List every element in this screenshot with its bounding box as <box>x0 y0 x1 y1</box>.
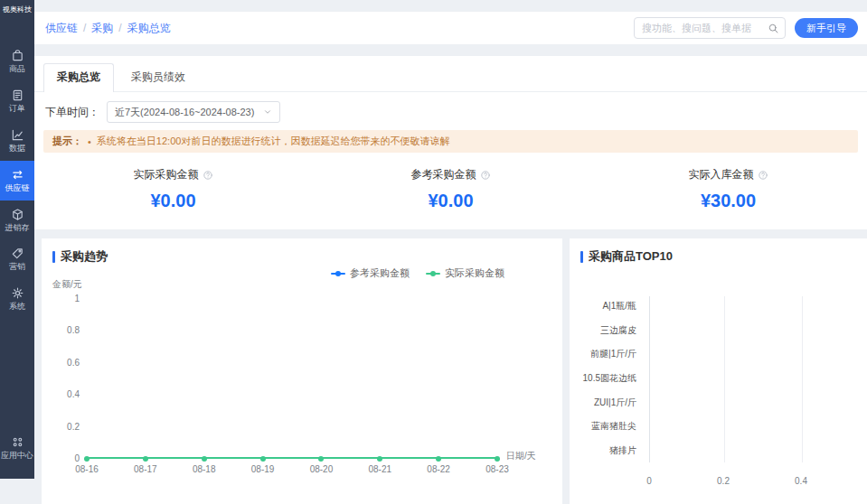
sidebar-item-app-center[interactable]: 应用中心 <box>0 428 34 468</box>
panel-title: 采购趋势 <box>42 238 562 265</box>
gear-icon <box>11 286 24 300</box>
stats-row: 实际采购金额 ¥0.00 参考采购金额 ¥0.00 实际入库金额 <box>34 153 867 229</box>
chevron-down-icon <box>263 107 272 117</box>
stat-label: 实际采购金额 <box>134 167 213 182</box>
data-point <box>143 456 148 462</box>
sidebar-item-label: 进销存 <box>5 224 30 233</box>
legend-actual-amount[interactable]: 实际采购金额 <box>426 266 504 280</box>
bar-plot-area <box>649 296 867 462</box>
bar-category: 三边腐皮 <box>570 324 644 337</box>
breadcrumb-supply-chain[interactable]: 供应链 <box>45 21 78 36</box>
bar-category: 猪排片 <box>570 444 644 457</box>
legend-marker-blue <box>331 273 345 275</box>
search-icon[interactable] <box>768 23 785 34</box>
purchase-trend-panel: 采购趋势 参考采购金额 实际采购金额 金额/元 日期/天 1 <box>42 238 562 504</box>
breadcrumb-purchase-overview[interactable]: 采购总览 <box>127 21 171 36</box>
apps-grid-icon <box>11 435 24 449</box>
panel-title: 采购商品TOP10 <box>570 238 867 265</box>
notice-text: 系统将在当日12:00对前日的数据进行统计，因数据延迟给您带来的不便敬请谅解 <box>97 135 450 148</box>
chart-legend: 参考采购金额 实际采购金额 <box>331 266 504 280</box>
legend-marker-green <box>426 273 440 275</box>
y-tick: 0.6 <box>67 357 80 367</box>
breadcrumb: 供应链 / 采购 / 采购总览 <box>45 21 625 36</box>
bar-category: 10.5圆花边纸 <box>570 372 644 385</box>
help-icon[interactable] <box>758 170 768 181</box>
sidebar-item-supply-chain[interactable]: 供应链 <box>0 161 34 201</box>
x-tick: 08-18 <box>193 464 216 474</box>
breadcrumb-separator: / <box>118 22 121 34</box>
data-point <box>495 456 500 462</box>
y-tick: 0 <box>74 453 80 463</box>
data-point <box>260 456 266 462</box>
bar-category: 前腿|1斤/斤 <box>570 348 644 360</box>
brand-logo: 视奥科技 <box>0 0 34 14</box>
gridline <box>802 296 803 462</box>
top-bar: 供应链 / 采购 / 采购总览 新手引导 <box>34 12 867 44</box>
order-time-label: 下单时间： <box>45 105 99 120</box>
legend-label: 实际采购金额 <box>445 266 504 280</box>
sidebar-item-goods[interactable]: 商品 <box>0 42 34 81</box>
title-accent-bar <box>580 251 583 263</box>
breadcrumb-purchase[interactable]: 采购 <box>91 21 113 36</box>
legend-label: 参考采购金额 <box>350 266 410 280</box>
guide-button[interactable]: 新手引导 <box>795 18 858 38</box>
x-tick: 0.4 <box>795 476 807 486</box>
data-point <box>436 456 441 462</box>
sidebar-item-system[interactable]: 系统 <box>0 279 34 319</box>
stat-value: ¥0.00 <box>428 191 473 211</box>
sidebar-item-label: 订单 <box>9 105 25 114</box>
box-icon <box>11 49 24 62</box>
transfer-arrows-icon <box>11 168 24 182</box>
help-icon[interactable] <box>480 170 491 181</box>
stat-actual-inbound-amount: 实际入库金额 ¥30.00 <box>589 167 867 211</box>
chart-icon <box>11 128 24 142</box>
stat-label: 实际入库金额 <box>689 167 768 182</box>
sidebar-item-data[interactable]: 数据 <box>0 121 34 161</box>
cube-icon <box>11 208 24 221</box>
date-range-select[interactable]: 近7天(2024-08-16~2024-08-23) <box>107 101 280 123</box>
data-point <box>202 456 207 462</box>
stat-reference-purchase-amount: 参考采购金额 ¥0.00 <box>312 167 589 211</box>
search-input[interactable] <box>635 23 768 33</box>
stat-actual-purchase-amount: 实际采购金额 ¥0.00 <box>34 167 312 211</box>
x-tick: 08-23 <box>485 464 509 474</box>
y-axis-label: 金额/元 <box>52 278 82 291</box>
x-tick: 08-20 <box>310 464 334 474</box>
x-tick: 08-22 <box>427 464 450 474</box>
breadcrumb-separator: / <box>83 22 86 34</box>
tab-strip: 采购总览 采购员绩效 <box>34 56 867 92</box>
bar-categories: A|1瓶/瓶 三边腐皮 前腿|1斤/斤 10.5圆花边纸 ZUI|1斤/斤 蓝南… <box>570 294 644 462</box>
data-point <box>84 456 90 462</box>
bar-category: 蓝南猪肚尖 <box>570 420 644 433</box>
filter-row: 下单时间： 近7天(2024-08-16~2024-08-23) <box>34 92 867 130</box>
sidebar-item-orders[interactable]: 订单 <box>0 81 34 121</box>
trend-line-chart: 金额/元 日期/天 1 0.8 0.6 0.4 0.2 0 <box>87 298 497 459</box>
x-tick: 08-19 <box>251 464 275 474</box>
x-tick: 08-16 <box>75 464 99 474</box>
title-accent-bar <box>52 251 55 263</box>
help-icon[interactable] <box>203 170 213 181</box>
main-content: 供应链 / 采购 / 采购总览 新手引导 采购总览 采购员绩效 下单时间： 近7… <box>34 0 867 504</box>
sidebar-item-marketing[interactable]: 营销 <box>0 239 34 279</box>
stat-label: 参考采购金额 <box>411 167 491 182</box>
document-icon <box>11 89 24 102</box>
sidebar-item-label: 数据 <box>9 145 25 154</box>
tag-icon <box>11 247 24 260</box>
overview-card: 采购总览 采购员绩效 下单时间： 近7天(2024-08-16~2024-08-… <box>34 56 867 229</box>
sidebar-item-inventory[interactable]: 进销存 <box>0 201 34 240</box>
top10-products-panel: 采购商品TOP10 A|1瓶/瓶 三边腐皮 前腿|1斤/斤 10.5圆花边纸 Z… <box>570 238 867 504</box>
x-tick: 08-21 <box>368 464 391 474</box>
sidebar-item-label: 系统 <box>9 303 25 312</box>
y-tick: 0.2 <box>67 421 80 431</box>
bar-category: A|1瓶/瓶 <box>570 300 644 313</box>
x-tick: 08-17 <box>134 464 157 474</box>
notice-bar: 提示： • 系统将在当日12:00对前日的数据进行统计，因数据延迟给您带来的不便… <box>43 130 858 153</box>
y-tick: 0.4 <box>67 389 80 399</box>
search-box[interactable] <box>634 17 786 39</box>
sidebar-nav: 商品 订单 数据 供应链 进销存 营销 <box>0 42 34 319</box>
tab-buyer-performance[interactable]: 采购员绩效 <box>118 63 199 91</box>
tab-purchase-overview[interactable]: 采购总览 <box>43 63 114 92</box>
notice-bullet: • <box>88 136 91 147</box>
sidebar-item-label: 应用中心 <box>1 452 33 461</box>
legend-reference-amount[interactable]: 参考采购金额 <box>331 266 410 280</box>
